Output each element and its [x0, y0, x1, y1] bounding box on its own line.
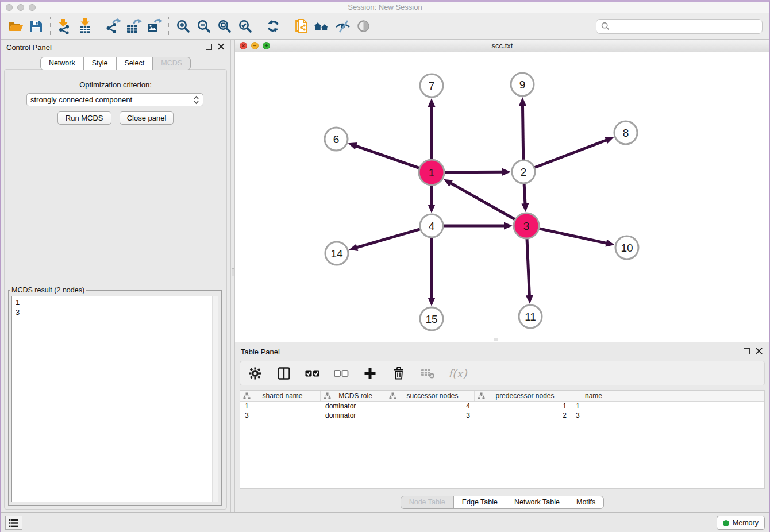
graph-node-label: 7 [429, 80, 435, 92]
memory-button[interactable]: Memory [717, 516, 765, 530]
copy-network-icon[interactable] [291, 16, 311, 37]
tab-mcds[interactable]: MCDS [152, 57, 191, 70]
close-panel-icon[interactable] [218, 43, 225, 50]
toolbar-separator [287, 17, 287, 36]
hide-selection-icon[interactable] [332, 16, 353, 37]
graph-node-6[interactable]: 6 [325, 128, 348, 151]
select-all-icon[interactable] [305, 365, 321, 381]
zoom-in-icon[interactable] [172, 16, 193, 37]
network-canvas[interactable]: 1234678910111415 [235, 52, 769, 342]
import-network-icon[interactable] [54, 16, 75, 37]
graph-node-14[interactable]: 14 [325, 242, 348, 265]
panel-splitter[interactable] [230, 40, 235, 514]
first-neighbors-icon[interactable] [311, 16, 332, 37]
hierarchy-icon [478, 392, 485, 400]
zoom-out-icon[interactable] [193, 16, 214, 37]
graph-node-3[interactable]: 3 [514, 213, 539, 238]
export-table-icon[interactable] [124, 16, 144, 37]
delete-table-icon[interactable] [419, 365, 436, 381]
memory-status-icon [723, 520, 729, 526]
toggle-panels-icon[interactable] [276, 365, 292, 381]
table-close-panel-icon[interactable] [756, 348, 763, 354]
export-image-icon[interactable] [144, 16, 165, 37]
mcds-result-title: MCDS result (2 nodes) [10, 286, 86, 294]
tab-edge-table[interactable]: Edge Table [453, 496, 506, 509]
column-header-shared-name[interactable]: shared name [240, 391, 321, 401]
graph-node-8[interactable]: 8 [614, 121, 637, 144]
refresh-layout-icon[interactable] [263, 16, 283, 37]
hierarchy-icon [324, 392, 331, 400]
graph-edge-3-10[interactable] [539, 229, 614, 247]
graph-node-7[interactable]: 7 [420, 74, 443, 97]
graph-node-10[interactable]: 10 [615, 236, 638, 259]
criterion-dropdown-value: strongly connected component [30, 95, 193, 104]
graph-node-11[interactable]: 11 [519, 305, 542, 328]
column-header-predecessor-nodes[interactable]: predecessor nodes [475, 391, 571, 401]
open-session-icon[interactable] [5, 16, 26, 37]
graph-edge-4-15[interactable] [428, 238, 436, 306]
table-settings-icon[interactable] [247, 365, 263, 381]
save-session-icon[interactable] [26, 16, 47, 37]
network-graph: 1234678910111415 [235, 52, 770, 342]
hierarchy-icon [389, 392, 396, 400]
splitter-grip[interactable] [232, 268, 234, 276]
close-panel-button[interactable]: Close panel [120, 111, 174, 125]
tab-network-table[interactable]: Network Table [506, 496, 568, 509]
graph-edge-4-14[interactable] [349, 229, 420, 251]
graph-edge-1-7[interactable] [428, 98, 436, 159]
import-table-icon[interactable] [75, 16, 95, 37]
status-bar: Memory [1, 512, 769, 532]
graph-edge-1-2[interactable] [445, 168, 511, 176]
graph-edge-3-11[interactable] [526, 239, 533, 304]
delete-column-icon[interactable] [391, 365, 407, 381]
zoom-selected-icon[interactable] [234, 16, 255, 37]
criterion-dropdown[interactable]: strongly connected component [26, 93, 203, 106]
float-panel-icon[interactable] [206, 44, 212, 50]
tab-network[interactable]: Network [40, 57, 84, 70]
mcds-result-list[interactable]: 1 3 [11, 296, 218, 502]
add-column-icon[interactable] [362, 365, 378, 381]
graph-node-label: 2 [521, 166, 527, 178]
tab-motifs[interactable]: Motifs [568, 496, 604, 509]
mcds-result-line: 1 [16, 298, 214, 307]
graph-edge-2-9[interactable] [519, 97, 526, 160]
search-input[interactable] [610, 22, 757, 30]
graph-edge-1-6[interactable] [348, 142, 419, 168]
graph-node-15[interactable]: 15 [420, 307, 443, 330]
graph-edge-1-4[interactable] [428, 186, 436, 213]
graph-edge-4-3[interactable] [444, 222, 513, 230]
column-header-successor-nodes[interactable]: successor nodes [386, 391, 475, 401]
graph-edge-3-1[interactable] [444, 179, 515, 219]
table-row[interactable]: 1 dominator 4 1 1 [240, 402, 764, 411]
graph-node-2[interactable]: 2 [512, 160, 535, 183]
table-row[interactable]: 3 dominator 3 2 3 [240, 411, 764, 420]
show-all-icon[interactable] [353, 16, 374, 37]
deselect-all-icon[interactable] [333, 365, 349, 381]
graph-node-label: 1 [429, 167, 435, 179]
graph-node-label: 15 [425, 313, 437, 325]
export-network-icon[interactable] [103, 16, 124, 37]
window-title: Session: New Session [1, 3, 769, 11]
graph-edge-2-3[interactable] [521, 184, 529, 212]
column-header-mcds-role[interactable]: MCDS role [321, 391, 386, 401]
zoom-fit-icon[interactable] [214, 16, 234, 37]
table-float-panel-icon[interactable] [744, 348, 750, 354]
canvas-resize-grip[interactable] [494, 338, 498, 341]
function-builder-icon[interactable]: f(x) [448, 367, 467, 380]
network-window-titlebar[interactable]: × − + scc.txt [235, 40, 769, 52]
task-history-icon[interactable] [5, 516, 22, 530]
graph-node-4[interactable]: 4 [420, 214, 443, 237]
tab-select[interactable]: Select [116, 57, 153, 70]
result-scrollbar[interactable] [212, 296, 218, 502]
tab-style[interactable]: Style [83, 57, 117, 70]
table-toolbar: f(x) [240, 361, 765, 385]
graph-edge-2-8[interactable] [535, 137, 614, 167]
graph-node-label: 4 [429, 220, 435, 232]
tab-node-table[interactable]: Node Table [401, 496, 454, 509]
graph-node-9[interactable]: 9 [511, 73, 534, 96]
optimization-criterion-label: Optimization criterion: [5, 80, 226, 89]
graph-node-1[interactable]: 1 [419, 160, 444, 185]
run-mcds-button[interactable]: Run MCDS [57, 111, 111, 125]
search-box [596, 19, 763, 34]
column-header-name[interactable]: name [571, 391, 619, 401]
